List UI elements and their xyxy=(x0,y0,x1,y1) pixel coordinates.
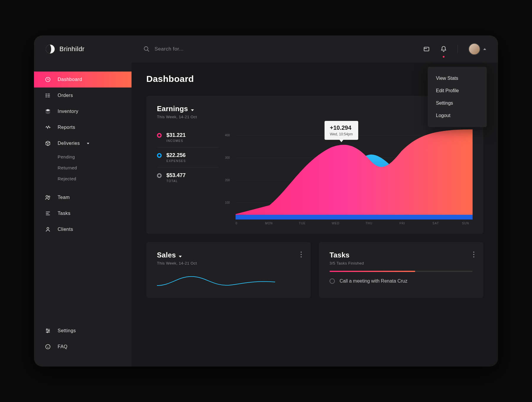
svg-point-7 xyxy=(46,95,46,96)
metric-value: $22.256 xyxy=(166,152,186,158)
x-tick: TUE xyxy=(286,222,319,225)
task-row[interactable]: Call a meeting with Renata Cruz xyxy=(330,278,473,284)
sidebar-item-label: Dashboard xyxy=(58,77,82,82)
ring-icon xyxy=(157,133,162,138)
sidebar-item-settings[interactable]: Settings xyxy=(34,323,132,339)
brand-logo-icon xyxy=(46,45,55,54)
chevron-down-icon xyxy=(87,143,89,144)
kebab-icon[interactable] xyxy=(301,252,302,257)
y-tick: 400 xyxy=(225,134,230,137)
sidebar-item-label: Inventory xyxy=(58,109,78,114)
svg-point-13 xyxy=(48,196,50,197)
tooltip-value: +10.294 xyxy=(330,124,353,131)
sidebar-item-team[interactable]: Team xyxy=(34,189,132,205)
sidebar: Dashboard Orders Inventory Reports Deliv… xyxy=(34,63,132,367)
caret-up-icon xyxy=(483,48,486,50)
svg-rect-2 xyxy=(424,47,429,51)
sidebar-item-deliveries[interactable]: Deliveries xyxy=(34,135,132,151)
sidebar-item-label: Tasks xyxy=(58,211,70,216)
x-tick: MON xyxy=(252,222,286,225)
sidebar-item-inventory[interactable]: Inventory xyxy=(34,103,132,119)
sidebar-item-clients[interactable]: Clients xyxy=(34,221,132,237)
dropdown-item-view-stats[interactable]: View Stats xyxy=(428,72,487,85)
sidebar-sub-pending[interactable]: Pending xyxy=(34,151,132,162)
kebab-icon[interactable] xyxy=(473,252,474,257)
search-box[interactable] xyxy=(132,35,423,63)
y-tick: 100 xyxy=(225,201,230,204)
checkbox-icon[interactable] xyxy=(330,278,335,284)
bell-icon[interactable] xyxy=(440,46,447,52)
users-icon xyxy=(45,194,51,201)
sliders-icon xyxy=(45,328,51,334)
sidebar-item-label: Reports xyxy=(58,125,75,130)
sidebar-sub-returned[interactable]: Returned xyxy=(34,162,132,173)
profile-button[interactable] xyxy=(468,43,486,55)
search-input[interactable] xyxy=(155,46,423,52)
tasks-card: Tasks 3/5 Tasks Finished Call a meeting … xyxy=(319,242,483,298)
sales-header[interactable]: Sales xyxy=(157,251,300,259)
y-tick: 300 xyxy=(225,156,230,159)
dropdown-item-logout[interactable]: Logout xyxy=(428,109,487,122)
tasks-title: Tasks xyxy=(330,251,473,259)
earnings-chart[interactable]: 400 300 200 100 xyxy=(225,127,473,225)
sidebar-item-orders[interactable]: Orders xyxy=(34,87,132,103)
task-label: Call a meeting with Renata Cruz xyxy=(340,278,407,284)
sidebar-item-reports[interactable]: Reports xyxy=(34,119,132,135)
x-tick: SAT xyxy=(419,222,452,225)
sidebar-item-label: Deliveries xyxy=(58,141,80,146)
sidebar-item-tasks[interactable]: Tasks xyxy=(34,205,132,221)
metric-value: $53.477 xyxy=(166,172,186,179)
sidebar-item-faq[interactable]: FAQ xyxy=(34,339,132,355)
layers-icon xyxy=(45,108,51,115)
sidebar-item-label: FAQ xyxy=(58,344,68,349)
svg-rect-27 xyxy=(236,215,473,220)
x-tick: SUN xyxy=(452,222,469,225)
sidebar-item-label: Team xyxy=(58,195,70,200)
metric-label: INCOMES xyxy=(166,139,186,142)
sidebar-item-dashboard[interactable]: Dashboard xyxy=(34,72,132,87)
dropdown-item-edit-profile[interactable]: Edit Profile xyxy=(428,85,487,97)
sales-title: Sales xyxy=(157,251,176,259)
dropdown-item-settings[interactable]: Settings xyxy=(428,97,487,109)
metric-incomes[interactable]: $31.221 INCOMES xyxy=(157,127,219,147)
earnings-subtitle: This Week, 14-21 Oct xyxy=(157,115,473,119)
sidebar-item-label: Settings xyxy=(58,328,76,333)
earnings-title: Earnings xyxy=(157,105,188,113)
topbar: Brinhildr xyxy=(34,35,498,63)
profile-dropdown: View Stats Edit Profile Settings Logout xyxy=(428,67,487,127)
metric-total[interactable]: $53.477 TOTAL xyxy=(157,168,219,187)
chevron-down-icon xyxy=(179,256,182,257)
sales-subtitle: This Week, 14-21 Oct xyxy=(157,261,300,265)
avatar xyxy=(468,43,480,55)
dashboard-icon xyxy=(45,76,51,83)
activity-icon xyxy=(45,124,51,131)
ring-icon xyxy=(157,153,162,158)
svg-point-21 xyxy=(48,330,49,331)
user-icon xyxy=(45,226,51,233)
svg-line-1 xyxy=(147,50,149,52)
metric-expenses[interactable]: $22.256 EXPENSES xyxy=(157,147,219,168)
metric-label: EXPENSES xyxy=(166,159,186,163)
sidebar-item-label: Clients xyxy=(58,227,73,232)
svg-point-23 xyxy=(47,332,48,333)
x-tick: 0 xyxy=(236,222,252,225)
chart-tooltip: +10.294 Wed, 10:54pm xyxy=(325,121,358,140)
tasks-progress xyxy=(330,271,473,272)
earnings-header[interactable]: Earnings xyxy=(157,105,473,113)
ring-icon xyxy=(157,173,162,178)
svg-point-17 xyxy=(47,227,49,229)
info-icon xyxy=(45,343,51,350)
inbox-icon[interactable] xyxy=(423,46,430,52)
sidebar-item-label: Orders xyxy=(58,93,73,98)
x-tick: THU xyxy=(352,222,386,225)
x-axis: 0 MON TUE WED THU FRI SAT SUN xyxy=(236,222,469,225)
notification-dot xyxy=(443,56,445,58)
brand-name: Brinhildr xyxy=(59,45,85,53)
sidebar-sub-rejected[interactable]: Rejected xyxy=(34,173,132,184)
brand-block[interactable]: Brinhildr xyxy=(46,45,132,54)
tasks-icon xyxy=(45,210,51,217)
tooltip-sub: Wed, 10:54pm xyxy=(330,132,353,136)
chart-svg xyxy=(236,127,473,223)
app-window: Brinhildr View Stats Edit Profile xyxy=(34,35,498,367)
list-icon xyxy=(45,92,51,99)
